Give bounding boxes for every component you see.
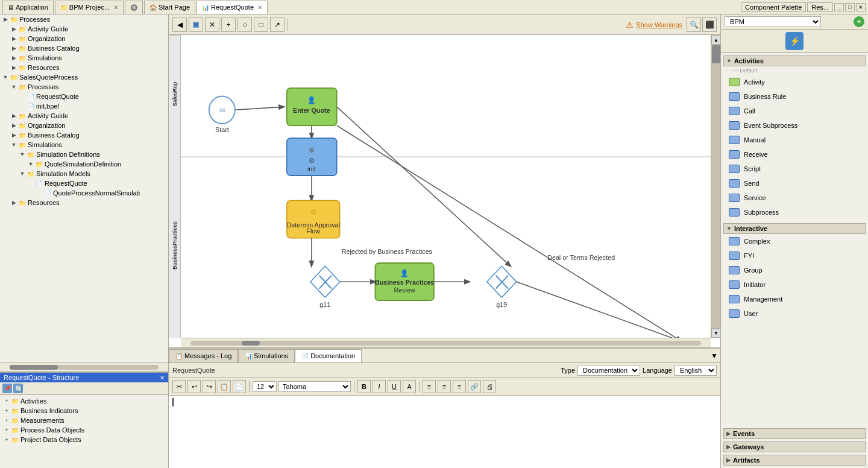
palette-item-script[interactable]: Script [723,162,866,176]
project-tree[interactable]: ▶ 📁 Processes ▶ 📁 Activity Guide ▶ 📁 Org… [0,14,168,362]
tree-node-sim-definitions[interactable]: ▼ 📁 Simulation Definitions [0,150,168,159]
fmt-align-left[interactable]: ≡ [423,380,436,393]
font-size-select[interactable]: 12 8 10 14 16 [253,381,277,392]
palette-item-call[interactable]: Call [723,104,866,118]
tree-node-quote-sim-def[interactable]: ▼ 📁 QuoteSimulationDefinition [0,159,168,169]
gateways-section-header[interactable]: ▶ Gateways [723,441,866,452]
structure-close-btn[interactable]: ✕ [160,375,165,381]
vscroll-down[interactable]: ▼ [711,328,720,338]
tree-node-activity-guide2[interactable]: ▶ 📁 Activity Guide [0,111,168,121]
toolbar-search-btn[interactable]: 🔍 [687,17,701,32]
tree-node-activity-guide[interactable]: ▶ 📁 Activity Guide [0,24,168,34]
tab-application[interactable]: 🖥 Application [2,1,54,14]
doc-lang-select[interactable]: English French German [675,365,717,376]
palette-item-subprocess[interactable]: Subprocess [723,205,866,220]
close-diagram-tab[interactable]: ✕ [257,4,262,11]
tab-start-page[interactable]: 🏠 Start Page [144,1,195,14]
struct-refresh-btn[interactable]: 🔄 [13,384,23,393]
tree-node-resources[interactable]: ▶ 📁 Resources [0,63,168,72]
toolbar-rect-btn[interactable]: □ [254,17,268,32]
tab-messages-log[interactable]: 📋 Messages - Log [169,349,238,362]
diagram-vscroll[interactable]: ▲ ▼ [711,35,720,338]
palette-item-send[interactable]: Send [723,176,866,191]
vscroll-track[interactable] [711,45,720,328]
tree-node-business-catalog2[interactable]: ▶ 📁 Business Catalog [0,130,168,140]
palette-activities-header[interactable]: ▼ Activities [723,55,866,66]
tree-node-processes2[interactable]: ▼ 📁 Processes [0,82,168,92]
tree-node-simulations2[interactable]: ▼ 📁 Simulations [0,140,168,150]
toolbar-expand-btn[interactable]: ⬛ [702,17,717,32]
tree-node-sim-models[interactable]: ▼ 📁 Simulation Models [0,169,168,179]
left-hscroll[interactable] [0,362,168,372]
tree-node-salesquoteprocess[interactable]: ▼ 📁 SalesQuoteProcess [0,72,168,82]
struct-project-data[interactable]: + 📁 Project Data Objects [1,435,167,444]
palette-item-management[interactable]: Management [723,292,866,306]
palette-item-event-subprocess[interactable]: Event Subprocess [723,118,866,133]
fmt-copy-btn[interactable]: 📋 [218,380,231,393]
tab-bpm-project[interactable]: 📁 BPM Projec... ✕ [55,1,124,14]
doc-type-select[interactable]: Documentation General Annotation [577,365,640,376]
palette-item-fyi[interactable]: FYI [723,248,866,263]
diagram-area[interactable]: SalesRep BusinessPractices ✉ Start [169,35,720,347]
tree-node-business-catalog[interactable]: ▶ 📁 Business Catalog [0,43,168,53]
bottom-panel-close[interactable]: ▼ [711,352,718,360]
tab-nav[interactable]: 🔘 [125,1,143,14]
palette-item-group[interactable]: Group [723,263,866,277]
struct-process-data[interactable]: + 📁 Process Data Objects [1,425,167,435]
bpm-dropdown[interactable]: BPM [725,16,821,27]
palette-interactive-header[interactable]: ▼ Interactive [723,223,866,234]
palette-item-business-rule[interactable]: Business Rule [723,89,866,104]
fmt-paste-btn[interactable]: 📄 [233,380,246,393]
fmt-color-btn[interactable]: A [403,380,416,393]
palette-item-initiator[interactable]: Initiator [723,277,866,292]
tree-node-simulations[interactable]: ▶ 📁 Simulations [0,53,168,63]
tree-node-init-bpel[interactable]: 📄 init.bpel [0,101,168,111]
toolbar-arrow-btn[interactable]: ↗ [270,17,285,32]
palette-item-user[interactable]: User [723,306,866,321]
minimize-btn[interactable]: _ [834,3,844,11]
palette-item-complex[interactable]: Complex [723,234,866,248]
fmt-italic-btn[interactable]: I [373,380,386,393]
fmt-bold-btn[interactable]: B [357,380,371,393]
fmt-underline-btn[interactable]: U [388,380,401,393]
doc-editor[interactable] [169,396,720,468]
fmt-align-center[interactable]: ≡ [438,380,451,393]
palette-item-manual[interactable]: Manual [723,133,866,147]
palette-item-receive[interactable]: Receive [723,147,866,162]
tree-node-requestquote-file[interactable]: 📄 RequestQuote [0,92,168,101]
struct-pin-btn[interactable]: 📌 [2,384,12,393]
fmt-link-btn[interactable]: 🔗 [468,380,481,393]
fmt-print-btn[interactable]: 🖨 [483,380,496,393]
maximize-btn[interactable]: □ [845,3,855,11]
font-name-select[interactable]: Tahoma Arial Times New Roman Courier New [278,381,351,392]
struct-measurements[interactable]: + 📁 Measurements [1,416,167,425]
tree-node-quote-sim[interactable]: 📄 QuoteProcessNormalSimulati [0,188,168,198]
toolbar-cut-btn[interactable]: ✕ [205,17,219,32]
fmt-undo-btn[interactable]: ↩ [187,380,201,393]
tab-simulations[interactable]: 📊 Simulations [238,349,295,362]
diagram-hscroll[interactable] [181,338,711,347]
artifacts-section-header[interactable]: ▶ Artifacts [723,455,866,466]
tree-node-requestquote-model[interactable]: 📄 RequestQuote [0,179,168,188]
palette-item-service[interactable]: Service [723,191,866,205]
warning-label[interactable]: Show Warnings [636,21,682,28]
vscroll-up[interactable]: ▲ [711,35,720,45]
structure-tree[interactable]: + 📁 Activities + 📁 Business Indicators +… [0,395,168,468]
palette-item-activity[interactable]: Activity [723,75,866,89]
tree-node-processes[interactable]: ▶ 📁 Processes [0,14,168,24]
close-btn[interactable]: ✕ [856,3,866,11]
component-palette-tab[interactable]: Component Palette [741,2,806,12]
struct-business-indicators[interactable]: + 📁 Business Indicators [1,406,167,416]
fmt-cut-btn[interactable]: ✂ [172,380,186,393]
res-tab[interactable]: Res... [807,2,833,12]
struct-activities[interactable]: + 📁 Activities [1,396,167,406]
tab-documentation[interactable]: 📄 Documentation [295,349,362,362]
tree-node-resources2[interactable]: ▶ 📁 Resources [0,198,168,207]
fmt-redo-btn[interactable]: ↪ [203,380,216,393]
tree-node-organization2[interactable]: ▶ 📁 Organization [0,121,168,130]
tab-request-quote[interactable]: 📊 RequestQuote ✕ [197,1,268,14]
toolbar-circle-btn[interactable]: ○ [237,17,252,32]
tree-node-organization[interactable]: ▶ 📁 Organization [0,34,168,43]
fmt-align-right[interactable]: ≡ [453,380,466,393]
events-section-header[interactable]: ▶ Events [723,428,866,439]
